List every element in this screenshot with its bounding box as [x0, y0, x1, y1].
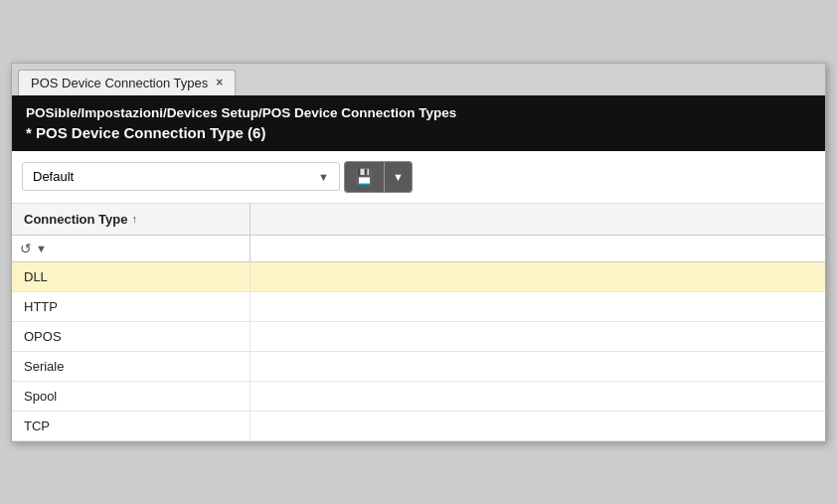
table-row[interactable]: OPOS — [12, 322, 825, 352]
main-window: POS Device Connection Types × POSible/Im… — [11, 63, 826, 442]
column-header-connection-type[interactable]: Connection Type ↑ — [12, 204, 251, 235]
table-row[interactable]: Seriale — [12, 352, 825, 382]
toolbar: Default ▼ 💾 ▼ — [12, 151, 825, 204]
table-row[interactable]: Spool — [12, 382, 825, 412]
cell-connection-type: Spool — [12, 382, 251, 411]
filter-cell-connection-type: ↺ ▼ — [12, 236, 251, 261]
cell-connection-type: TCP — [12, 412, 251, 440]
column-header-label: Connection Type — [24, 212, 127, 227]
view-dropdown[interactable]: Default ▼ — [22, 162, 340, 191]
record-title: * POS Device Connection Type (6) — [26, 124, 811, 141]
save-button[interactable]: 💾 — [345, 162, 384, 192]
chevron-down-icon: ▼ — [318, 171, 329, 183]
tab-close-icon[interactable]: × — [216, 76, 223, 89]
header: POSible/Impostazioni/Devices Setup/POS D… — [12, 95, 825, 151]
tab-label: POS Device Connection Types — [31, 76, 208, 90]
cell-connection-type: OPOS — [12, 322, 251, 351]
table-row[interactable]: TCP — [12, 412, 825, 441]
cell-connection-type: Seriale — [12, 352, 251, 381]
save-dropdown-button[interactable]: ▼ — [384, 162, 412, 192]
save-button-group: 💾 ▼ — [344, 161, 413, 193]
filter-row: ↺ ▼ — [12, 236, 825, 262]
grid-header-row: Connection Type ↑ — [12, 204, 825, 236]
sort-asc-icon[interactable]: ↑ — [131, 213, 137, 225]
breadcrumb: POSible/Impostazioni/Devices Setup/POS D… — [26, 105, 811, 120]
pos-device-connection-types-tab[interactable]: POS Device Connection Types × — [18, 70, 236, 95]
cell-connection-type: HTTP — [12, 292, 251, 321]
cell-connection-type: DLL — [12, 262, 251, 291]
data-rows-container: DLLHTTPOPOSSerialeSpoolTCP — [12, 262, 825, 441]
table-row[interactable]: HTTP — [12, 292, 825, 322]
data-grid: Connection Type ↑ ↺ ▼ DLLHTTPOPOSSeriale… — [12, 204, 825, 441]
table-row[interactable]: DLL — [12, 262, 825, 292]
filter-dropdown-icon[interactable]: ▼ — [36, 243, 47, 254]
filter-reset-icon[interactable]: ↺ — [20, 241, 32, 256]
tab-bar: POS Device Connection Types × — [12, 64, 825, 95]
dropdown-value: Default — [33, 169, 74, 184]
